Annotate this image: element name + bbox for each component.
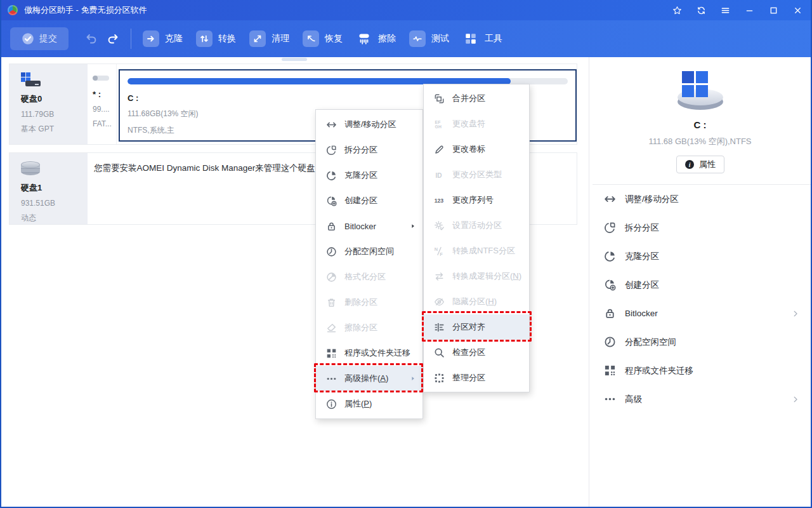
menu-item-change-serial-number[interactable]: 123 更改序列号 bbox=[424, 187, 529, 213]
maximize-icon bbox=[769, 6, 778, 15]
favorite-button[interactable] bbox=[665, 0, 689, 20]
disk-0-info[interactable]: 硬盘0 111.79GB 基本 GPT bbox=[10, 64, 88, 144]
toolbar-tools-button[interactable]: 工具 bbox=[462, 30, 502, 47]
search-icon bbox=[434, 347, 445, 358]
sidebar-item-clone[interactable]: 克隆分区 bbox=[589, 242, 811, 271]
chevron-right-icon bbox=[792, 396, 799, 403]
toolbar-recover-button[interactable]: 恢复 bbox=[303, 30, 343, 47]
menu-item-resize-move[interactable]: 调整/移动分区 bbox=[316, 112, 422, 137]
menu-item-change-label[interactable]: 更改卷标 bbox=[424, 137, 529, 162]
menu-item-label: 分区对齐 bbox=[452, 321, 485, 333]
main-menu-button[interactable] bbox=[713, 0, 737, 20]
sidebar-item-split[interactable]: 拆分分区 bbox=[589, 213, 811, 242]
close-button[interactable] bbox=[785, 0, 809, 20]
sidebar-item-advanced[interactable]: 高级 bbox=[589, 385, 811, 413]
menu-item-advanced-operations[interactable]: 高级操作(A) bbox=[316, 366, 422, 391]
menu-item-merge-partition[interactable]: 合并分区 bbox=[424, 86, 529, 111]
sidebar-item-bitlocker[interactable]: Bitlocker bbox=[589, 299, 811, 328]
maximize-button[interactable] bbox=[761, 0, 785, 20]
align-partition-icon bbox=[434, 322, 445, 333]
menu-item-partition-alignment[interactable]: 分区对齐 bbox=[424, 314, 529, 340]
menu-item-label: 克隆分区 bbox=[344, 170, 377, 181]
minimize-button[interactable] bbox=[737, 0, 761, 20]
menu-item-delete-partition[interactable]: 删除分区 bbox=[316, 290, 422, 315]
menu-item-wipe-partition[interactable]: 擦除分区 bbox=[316, 315, 422, 340]
menu-item-label: 属性(P) bbox=[344, 398, 372, 410]
app-migrate-icon bbox=[326, 348, 337, 359]
disk-1-info[interactable]: 硬盘1 931.51GB 动态 bbox=[10, 153, 88, 224]
menu-item-convert-to-ntfs[interactable]: NF 转换成NTFS分区 bbox=[424, 238, 529, 264]
menu-item-bitlocker[interactable]: Bitlocker bbox=[316, 213, 422, 239]
partition-block-system[interactable]: * : 99.... FAT... bbox=[88, 64, 117, 144]
convert-icon bbox=[199, 34, 209, 44]
disk-type: 动态 bbox=[21, 213, 88, 224]
basic-disk-icon bbox=[21, 72, 44, 89]
toolbar-test-button[interactable]: 测试 bbox=[409, 30, 449, 47]
menu-item-change-partition-type[interactable]: ID 更改分区类型 bbox=[424, 162, 529, 187]
sidebar-item-create[interactable]: 创建分区 bbox=[589, 271, 811, 299]
menu-item-label: 擦除分区 bbox=[344, 322, 377, 333]
clock-icon bbox=[604, 336, 616, 348]
id-badge-icon: ID bbox=[434, 170, 445, 180]
menu-item-label: 更改分区类型 bbox=[452, 169, 502, 180]
disk-name: 硬盘1 bbox=[21, 182, 88, 194]
submit-button[interactable]: 提交 bbox=[10, 27, 69, 50]
toolbar-action-label: 擦除 bbox=[378, 33, 396, 44]
menu-item-create-partition[interactable]: 创建分区 bbox=[316, 188, 422, 213]
menu-item-label: 格式化分区 bbox=[344, 271, 386, 283]
menu-item-check-partition[interactable]: 检查分区 bbox=[424, 340, 529, 365]
toolbar-erase-button[interactable]: 擦除 bbox=[356, 30, 396, 47]
sidebar-item-resize-move[interactable]: 调整/移动分区 bbox=[589, 185, 811, 213]
toolbar-action-label: 清理 bbox=[272, 33, 289, 44]
toolbar-clean-button[interactable]: 清理 bbox=[249, 30, 289, 47]
dynamic-disk-icon bbox=[21, 161, 40, 178]
menu-item-set-active-partition[interactable]: 设置活动分区 bbox=[424, 213, 529, 238]
app-window: 傲梅分区助手 - 免费无损分区软件 提交 克隆 转换 清理 bbox=[0, 0, 812, 508]
lock-icon bbox=[604, 307, 616, 319]
menu-item-defrag-partition[interactable]: 整理分区 bbox=[424, 365, 529, 391]
menu-item-hide-partition[interactable]: 隐藏分区(H) bbox=[424, 289, 529, 314]
sidebar-item-app-migrate[interactable]: 程序或文件夹迁移 bbox=[589, 356, 811, 385]
big-disk-icon bbox=[671, 71, 730, 110]
menu-item-label: Bitlocker bbox=[344, 222, 376, 231]
menu-item-label: 整理分区 bbox=[452, 372, 485, 384]
redo-icon[interactable] bbox=[107, 32, 119, 45]
usage-bar bbox=[93, 76, 109, 81]
menu-item-allocate-free-space[interactable]: 分配空闲空间 bbox=[316, 239, 422, 264]
properties-button[interactable]: i 属性 bbox=[676, 156, 724, 173]
refresh-button[interactable] bbox=[689, 0, 713, 20]
disk-size: 111.79GB bbox=[21, 110, 88, 119]
toolbar-clone-button[interactable]: 克隆 bbox=[143, 30, 183, 47]
sidebar-item-allocate-free-space[interactable]: 分配空闲空间 bbox=[589, 328, 811, 356]
partition-filesystem: FAT... bbox=[93, 119, 114, 128]
swap-arrows-icon bbox=[434, 271, 445, 282]
sidebar-item-label: 程序或文件夹迁移 bbox=[625, 365, 693, 377]
menu-item-convert-to-logical[interactable]: 转换成逻辑分区(N) bbox=[424, 264, 529, 289]
menu-item-format-partition[interactable]: 格式化分区 bbox=[316, 264, 422, 290]
menu-item-change-drive-letter[interactable]: EFGH 更改盘符 bbox=[424, 111, 529, 137]
defrag-dots-icon bbox=[434, 373, 445, 384]
collapse-handle[interactable] bbox=[282, 58, 307, 61]
menu-item-label: 设置活动分区 bbox=[452, 220, 502, 231]
toolbar-action-label: 克隆 bbox=[165, 33, 183, 44]
merge-partition-icon bbox=[434, 93, 445, 104]
menu-item-app-migrate[interactable]: 程序或文件夹迁移 bbox=[316, 340, 422, 366]
minimize-icon bbox=[745, 6, 754, 15]
pencil-icon bbox=[434, 144, 445, 155]
context-menu: 调整/移动分区 拆分分区 克隆分区 创建分区 Bitlocker 分配空闲空间 … bbox=[315, 109, 423, 419]
tools-icon bbox=[464, 32, 477, 45]
disk-name: 硬盘0 bbox=[21, 93, 88, 105]
toolbar-convert-button[interactable]: 转换 bbox=[196, 30, 236, 47]
menu-item-label: 程序或文件夹迁移 bbox=[344, 347, 410, 359]
menu-item-label: 合并分区 bbox=[452, 93, 485, 104]
svg-text:F: F bbox=[440, 251, 443, 256]
menu-item-properties[interactable]: 属性(P) bbox=[316, 391, 422, 417]
split-partition-icon bbox=[326, 145, 337, 156]
menu-item-clone-partition[interactable]: 克隆分区 bbox=[316, 163, 422, 188]
undo-icon[interactable] bbox=[85, 32, 98, 45]
menu-item-split-partition[interactable]: 拆分分区 bbox=[316, 137, 422, 163]
app-migrate-icon bbox=[604, 364, 616, 377]
toolbar-action-label: 恢复 bbox=[325, 33, 343, 44]
chevron-right-icon bbox=[792, 310, 799, 318]
menu-item-label: 分配空闲空间 bbox=[344, 246, 394, 257]
